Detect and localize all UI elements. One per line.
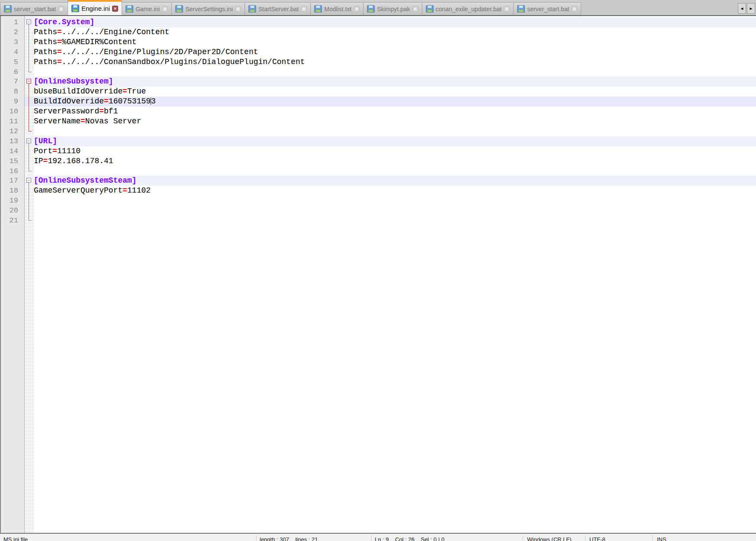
fold-margin-cell [25,106,34,116]
code-segment-assign: = [57,38,62,46]
code-line-5[interactable]: Paths=../../../ConanSandbox/Plugins/Dial… [25,57,756,67]
tab-StartServer.bat[interactable]: StartServer.bat✕ [244,2,311,15]
status-cursor-position: Ln : 9 Col : 26 Sel : 0 | 0 [375,536,444,541]
fold-margin-cell [25,156,34,166]
code-line-8[interactable]: bUseBuildIdOverride=True [25,87,756,97]
editor[interactable]: 123456789101112131415161718192021 [Core.… [0,16,756,533]
code-line-6[interactable] [25,67,756,77]
code-segment-plain: True [127,87,146,96]
line-number: 21 [1,216,18,225]
close-icon[interactable]: ✕ [58,6,64,12]
fold-collapse-icon[interactable] [26,19,31,24]
close-icon[interactable]: ✕ [235,6,241,12]
tab-Skimpyt.pak[interactable]: Skimpyt.pak✕ [363,2,422,15]
fold-margin-cell [25,47,34,57]
fold-margin-cell [25,206,34,216]
code-line-9[interactable]: BuildIdOverride=1607531593 [25,97,756,106]
tab-server_start.bat[interactable]: server_start.bat✕ [0,2,68,15]
line-number: 7 [1,77,18,87]
code-line-15[interactable]: IP=192.168.178.41 [25,156,756,166]
tab-scroll-left-button[interactable]: ◄ [738,3,746,14]
floppy-save-icon [175,5,183,13]
code-line-11[interactable]: ServerName=Novas Server [25,116,756,126]
code-segment-key: Paths [34,48,57,56]
line-number: 16 [1,166,18,176]
code-line-21[interactable] [25,216,756,225]
code-segment-key: Port [34,147,52,155]
code-line-19[interactable] [25,196,756,206]
line-number: 13 [1,136,18,146]
close-icon[interactable]: ✕ [162,6,168,12]
code-segment-plain: 3 [151,97,156,106]
fold-margin-cell [25,97,34,106]
tab-label: server_start.bat [527,6,569,13]
fold-collapse-icon[interactable] [26,178,31,183]
line-number: 4 [1,47,18,57]
fold-end-icon [29,131,32,132]
tab-label: StartServer.bat [258,6,299,13]
fold-collapse-icon[interactable] [26,138,31,143]
close-icon[interactable]: ✕ [571,6,577,12]
code-line-20[interactable] [25,206,756,216]
tab-Engine.ini[interactable]: Engine.ini✕ [68,0,122,15]
code-line-16[interactable] [25,166,756,176]
code-segment-assign: = [80,117,85,126]
tab-conan_exile_updater.bat[interactable]: conan_exile_updater.bat✕ [422,2,514,15]
code-line-3[interactable]: Paths=%GAMEDIR%Content [25,37,756,47]
code-line-4[interactable]: Paths=../../../Engine/Plugins/2D/Paper2D… [25,47,756,57]
code-line-18[interactable]: GameServerQueryPort=11102 [25,186,756,196]
code-segment-plain: bf1 [104,107,118,116]
code-segment-assign: = [122,87,127,96]
fold-line [29,156,29,166]
code-segment-plain: ../../../Engine/Plugins/2D/Paper2D/Conte… [62,48,258,56]
fold-margin-cell [25,77,34,87]
tab-label: Modlist.txt [324,6,351,13]
line-number: 8 [1,87,18,97]
fold-line [29,146,29,156]
code-segment-key: ServerName [34,117,80,126]
code-segment-key: Paths [34,58,57,66]
code-line-17[interactable]: [OnlineSubsystemSteam] [25,176,756,186]
status-divider [585,535,586,541]
code-text: ServerName=Novas Server [34,116,141,126]
line-number: 3 [1,37,18,47]
code-line-2[interactable]: Paths=../../../Engine/Content [25,27,756,37]
tab-scroll-right-button[interactable]: ► [747,3,755,14]
close-icon[interactable]: ✕ [354,6,360,12]
code-line-12[interactable] [25,126,756,136]
code-line-10[interactable]: ServerPassword=bf1 [25,106,756,116]
close-icon[interactable]: ✕ [112,6,118,12]
status-doc-type: MS ini file [3,536,28,541]
code-segment-key: BuildIdOverride [34,97,104,106]
status-divider [256,535,257,541]
fold-line [29,57,29,67]
code-line-13[interactable]: [URL] [25,136,756,146]
code-line-7[interactable]: [OnlineSubsystem] [25,77,756,87]
code-segment-key: bUseBuildIdOverride [34,87,122,96]
code-area[interactable]: [Core.System]Paths=../../../Engine/Conte… [25,16,756,533]
tab-label: conan_exile_updater.bat [436,6,502,13]
fold-margin-cell [25,27,34,37]
floppy-save-icon [367,5,375,13]
close-icon[interactable]: ✕ [412,6,418,12]
code-segment-assign: = [57,58,62,66]
code-text: Paths=../../../Engine/Content [34,27,169,37]
tab-Modlist.txt[interactable]: Modlist.txt✕ [310,2,364,15]
fold-collapse-icon[interactable] [26,79,31,84]
tab-server_start.bat[interactable]: server_start.bat✕ [513,2,581,15]
fold-margin-cell [25,37,34,47]
code-line-1[interactable]: [Core.System] [25,17,756,27]
tab-ServerSettings.ini[interactable]: ServerSettings.ini✕ [171,2,245,15]
line-number: 1 [1,17,18,27]
fold-line [29,196,29,206]
fold-margin-cell [25,186,34,196]
close-icon[interactable]: ✕ [504,6,510,12]
status-insert-mode: INS [657,536,666,541]
fold-line [29,27,29,37]
tab-Game.ini[interactable]: Game.ini✕ [122,2,172,15]
close-icon[interactable]: ✕ [301,6,307,12]
status-length-lines: length : 307 lines : 21 [260,536,318,541]
code-line-14[interactable]: Port=11110 [25,146,756,156]
fold-end-icon [29,171,32,171]
line-number: 15 [1,156,18,166]
